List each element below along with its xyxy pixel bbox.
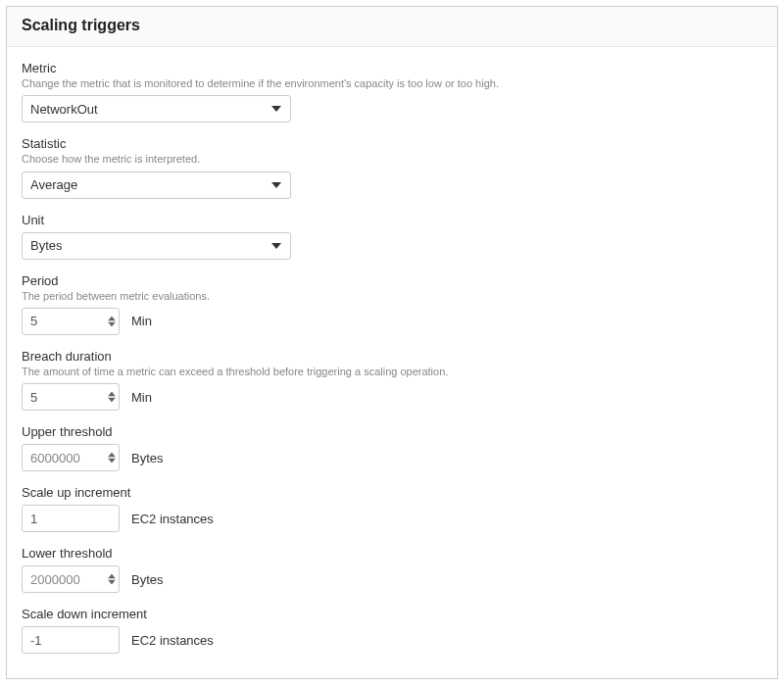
period-input-wrap bbox=[22, 308, 120, 335]
metric-desc: Change the metric that is monitored to d… bbox=[22, 76, 762, 90]
lower-threshold-input[interactable] bbox=[22, 565, 120, 593]
scale-up-increment-unit: EC2 instances bbox=[131, 512, 214, 526]
svg-marker-6 bbox=[108, 398, 116, 403]
upper-threshold-label: Upper threshold bbox=[22, 424, 762, 439]
period-unit: Min bbox=[131, 314, 152, 328]
breach-duration-input[interactable] bbox=[22, 383, 120, 411]
breach-duration-group: Breach duration The amount of time a met… bbox=[22, 349, 762, 411]
scale-up-increment-label: Scale up increment bbox=[22, 485, 762, 500]
period-input[interactable] bbox=[22, 308, 120, 335]
upper-threshold-input[interactable] bbox=[22, 444, 120, 471]
spinner-icon[interactable] bbox=[108, 316, 116, 326]
upper-threshold-unit: Bytes bbox=[131, 451, 164, 465]
statistic-select-value: Average bbox=[30, 177, 77, 192]
period-group: Period The period between metric evaluat… bbox=[22, 273, 762, 335]
svg-marker-8 bbox=[108, 459, 116, 464]
unit-label: Unit bbox=[22, 213, 762, 227]
metric-select-value: NetworkOut bbox=[30, 102, 98, 117]
lower-threshold-label: Lower threshold bbox=[22, 546, 762, 561]
unit-select-wrap: Bytes bbox=[22, 232, 291, 260]
upper-threshold-input-wrap bbox=[22, 444, 120, 471]
scale-down-increment-label: Scale down increment bbox=[22, 607, 762, 621]
period-label: Period bbox=[22, 273, 762, 288]
breach-duration-desc: The amount of time a metric can exceed a… bbox=[22, 365, 762, 378]
upper-threshold-group: Upper threshold Bytes bbox=[22, 424, 762, 471]
period-desc: The period between metric evaluations. bbox=[22, 289, 762, 303]
lower-threshold-group: Lower threshold Bytes bbox=[22, 546, 762, 593]
unit-select-value: Bytes bbox=[30, 238, 63, 253]
metric-group: Metric Change the metric that is monitor… bbox=[22, 61, 762, 122]
statistic-select[interactable]: Average bbox=[22, 171, 291, 199]
scale-up-increment-group: Scale up increment EC2 instances bbox=[22, 485, 762, 532]
scale-down-increment-unit: EC2 instances bbox=[131, 633, 214, 648]
lower-threshold-unit: Bytes bbox=[131, 572, 164, 587]
unit-select[interactable]: Bytes bbox=[22, 232, 291, 260]
svg-marker-7 bbox=[108, 453, 116, 458]
statistic-desc: Choose how the metric is interpreted. bbox=[22, 152, 762, 166]
svg-marker-9 bbox=[108, 574, 116, 579]
metric-label: Metric bbox=[22, 61, 762, 75]
statistic-label: Statistic bbox=[22, 136, 762, 151]
metric-select[interactable]: NetworkOut bbox=[22, 95, 291, 122]
scale-down-increment-input-wrap bbox=[22, 626, 120, 654]
lower-threshold-input-wrap bbox=[22, 565, 120, 593]
breach-duration-label: Breach duration bbox=[22, 349, 762, 364]
scale-up-increment-input[interactable] bbox=[22, 505, 120, 532]
spinner-icon[interactable] bbox=[108, 574, 116, 585]
svg-marker-3 bbox=[108, 316, 116, 320]
unit-group: Unit Bytes bbox=[22, 213, 762, 260]
spinner-icon[interactable] bbox=[108, 453, 116, 464]
breach-duration-input-wrap bbox=[22, 383, 120, 411]
svg-marker-10 bbox=[108, 580, 116, 585]
statistic-group: Statistic Choose how the metric is inter… bbox=[22, 136, 762, 198]
breach-duration-unit: Min bbox=[131, 390, 152, 405]
metric-select-wrap: NetworkOut bbox=[22, 95, 291, 122]
panel-header: Scaling triggers bbox=[7, 7, 777, 47]
scale-up-increment-input-wrap bbox=[22, 505, 120, 532]
svg-marker-5 bbox=[108, 392, 116, 397]
panel-title: Scaling triggers bbox=[22, 17, 762, 34]
spinner-icon[interactable] bbox=[108, 392, 116, 403]
scale-down-increment-input[interactable] bbox=[22, 626, 120, 654]
scaling-triggers-panel: Scaling triggers Metric Change the metri… bbox=[6, 6, 778, 679]
statistic-select-wrap: Average bbox=[22, 171, 291, 199]
svg-marker-4 bbox=[108, 321, 116, 326]
scale-down-increment-group: Scale down increment EC2 instances bbox=[22, 607, 762, 654]
panel-body: Metric Change the metric that is monitor… bbox=[7, 47, 777, 681]
